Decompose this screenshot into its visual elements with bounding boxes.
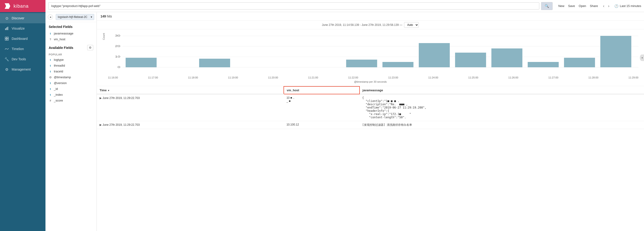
share-button[interactable]: Share	[590, 4, 598, 8]
results-table: Time ▾ vm_host javameassage	[97, 86, 644, 231]
field-name-traceId: traceId	[54, 70, 63, 73]
search-button[interactable]: 🔍	[541, 2, 552, 10]
field-type-t3: t	[49, 70, 52, 73]
field-traceId[interactable]: t traceId	[46, 68, 96, 74]
svg-rect-7	[7, 39, 8, 40]
clock-icon: 🕐	[614, 4, 618, 8]
field-type-t: t	[49, 58, 52, 61]
svg-marker-0	[5, 3, 10, 9]
field-type-icon-q: ?	[49, 38, 52, 41]
svg-rect-19	[382, 62, 414, 67]
time-range-label: Last 15 minutes	[620, 4, 641, 8]
vm-host-column-header[interactable]: vm_host	[284, 86, 360, 94]
row-time: June 27th 2019, 11:29:22.703	[102, 96, 140, 100]
auto-interval-select[interactable]: Auto	[404, 22, 419, 28]
javameassage-column-header[interactable]: javameassage	[360, 86, 644, 94]
topbar-actions: New Save Open Share ‹ › 🕐 Last 15 minute…	[558, 3, 641, 9]
svg-rect-17	[199, 59, 230, 67]
svg-text:10: 10	[115, 55, 120, 58]
svg-rect-1	[5, 28, 6, 30]
field-score[interactable]: # _score	[46, 98, 96, 103]
chart-y-label: Count	[102, 33, 105, 42]
main-area: 🔍 New Save Open Share ‹ › 🕐 Last 15 minu…	[46, 0, 644, 231]
svg-text:30: 30	[115, 34, 120, 37]
hits-count: 149	[100, 14, 106, 18]
field-name-score: _score	[54, 99, 63, 102]
available-fields-header: Available Fields ⚙	[46, 42, 96, 52]
svg-rect-4	[5, 37, 6, 38]
sidebar-item-management[interactable]: ⚙ Management	[0, 64, 46, 74]
right-panel: 149 hits June 27th 2019, 11:14:58.139 - …	[97, 12, 644, 231]
field-name-javameassage: javameassage	[54, 32, 74, 35]
svg-rect-25	[600, 36, 632, 67]
field-vm-host[interactable]: ? vm_host	[46, 36, 96, 42]
time-range-selector[interactable]: 🕐 Last 15 minutes	[614, 4, 641, 8]
logo-area: kibana	[0, 0, 46, 12]
field-type-t6: t	[49, 93, 52, 96]
discover-icon: ⊙	[5, 16, 9, 20]
field-type-t5: t	[49, 88, 52, 90]
field-version[interactable]: t @version	[46, 80, 96, 86]
fields-gear-button[interactable]: ⚙	[87, 45, 93, 50]
svg-text:20: 20	[115, 45, 120, 48]
svg-rect-22	[491, 48, 522, 67]
available-fields-title: Available Fields	[49, 46, 73, 50]
collapse-chart-button[interactable]: ◂	[640, 54, 644, 61]
field-id[interactable]: t _id	[46, 86, 96, 92]
time-column-header[interactable]: Time ▾	[97, 86, 284, 94]
chart-x-labels: 11:16:00 11:17:00 11:18:00 11:19:00 11:2…	[107, 76, 638, 79]
expand-row-button[interactable]: ▶	[100, 96, 102, 100]
field-name-version: @version	[54, 81, 67, 85]
field-threadId[interactable]: t threadId	[46, 63, 96, 68]
svg-rect-6	[5, 39, 6, 40]
time-prev-button[interactable]: ‹	[602, 3, 606, 9]
hits-label: hits	[107, 14, 112, 18]
sidebar-item-discover[interactable]: ⊙ Discover	[0, 13, 46, 23]
svg-rect-24	[564, 58, 595, 67]
sidebar-item-visualize[interactable]: Visualize	[0, 23, 46, 33]
field-name-id: _id	[54, 87, 58, 91]
index-dropdown[interactable]: logstash-htjf-filebeat-2C ▾	[56, 14, 94, 20]
field-name-index: _index	[54, 93, 63, 96]
row-message: { "clientIp":"1■ ■ ■ . "description":"Re…	[360, 94, 644, 121]
collapse-button[interactable]: ◂	[48, 14, 53, 19]
sidebar-item-timelion[interactable]: Timelion	[0, 44, 46, 54]
dashboard-icon	[5, 36, 9, 41]
management-icon: ⚙	[5, 67, 9, 71]
sidebar-item-dashboard[interactable]: Dashboard	[0, 33, 46, 44]
time-next-button[interactable]: ›	[607, 3, 611, 9]
sidebar-label-discover: Discover	[12, 16, 24, 20]
field-timestamp[interactable]: ⊙ @timestamp	[46, 74, 96, 80]
sidebar-item-devtools[interactable]: 🔧 Dev Tools	[0, 54, 46, 64]
index-selector: ◂ logstash-htjf-filebeat-2C ▾	[46, 12, 96, 22]
field-javameassage[interactable]: t javameassage	[46, 30, 96, 36]
row-message-2: [发现控制过滤器] 清洗路径存有白名单	[360, 121, 644, 129]
save-button[interactable]: Save	[568, 4, 575, 8]
logo-text: kibana	[14, 3, 29, 9]
field-logtype[interactable]: t logtype	[46, 57, 96, 63]
field-name-vm-host: vm_host	[54, 37, 65, 41]
field-name-timestamp: @timestamp	[54, 75, 71, 79]
search-input[interactable]	[48, 2, 539, 9]
open-button[interactable]: Open	[579, 4, 586, 8]
field-type-hash: #	[49, 99, 52, 102]
field-type-clock: ⊙	[49, 76, 52, 79]
expand-row-button-2[interactable]: ▶	[100, 123, 102, 126]
sidebar-label-management: Management	[12, 67, 31, 71]
row-expand-cell-2: ▶ June 27th 2019, 11:29:22.703	[97, 121, 284, 129]
svg-rect-18	[346, 60, 377, 67]
field-type-t4: t	[49, 82, 52, 84]
svg-rect-16	[126, 58, 157, 67]
svg-rect-21	[455, 53, 486, 67]
visualize-icon	[5, 26, 9, 30]
row-time-2: June 27th 2019, 11:29:22.703	[102, 123, 140, 126]
field-name-logtype: logtype	[54, 58, 64, 61]
sidebar: kibana ⊙ Discover Visualize Dashboard Ti…	[0, 0, 46, 231]
popular-label: Popular	[46, 52, 96, 57]
field-index[interactable]: t _index	[46, 92, 96, 98]
new-button[interactable]: New	[558, 4, 564, 8]
histogram-chart: 30 20 10 0	[107, 33, 638, 75]
svg-rect-2	[6, 27, 7, 30]
content-area: ◂ logstash-htjf-filebeat-2C ▾ Selected F…	[46, 12, 644, 231]
selected-fields-title: Selected Fields	[46, 22, 96, 30]
